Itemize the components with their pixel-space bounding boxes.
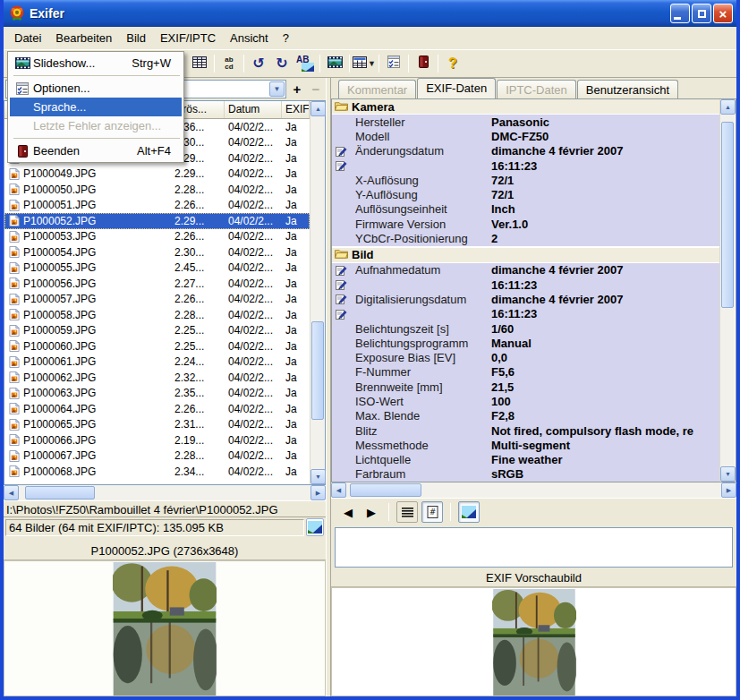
menu-item-slideshow[interactable]: Slideshow...Strg+W <box>10 54 182 73</box>
scroll-up-icon[interactable]: ▲ <box>310 101 326 116</box>
file-row[interactable]: P1000063.JPG2.35...04/02/2...Ja <box>4 386 310 402</box>
image-view-button[interactable] <box>458 501 480 523</box>
titlebar[interactable]: Exifer × <box>4 0 736 27</box>
menubar-item-datei[interactable]: Datei <box>7 28 48 48</box>
file-exif-cell: Ja <box>282 261 310 274</box>
tab-iptc-daten[interactable]: IPTC-Daten <box>497 80 576 98</box>
tab-kommentar[interactable]: Kommentar <box>338 80 416 98</box>
menubar-item-exif-iptc[interactable]: EXIF/IPTC <box>153 28 223 48</box>
menubar-item-ansicht[interactable]: Ansicht <box>223 28 276 48</box>
file-row[interactable]: P1000051.JPG2.26...04/02/2...Ja <box>4 198 310 214</box>
scroll-right-icon[interactable]: ▶ <box>721 482 736 498</box>
menubar-item-bild[interactable]: Bild <box>119 28 153 48</box>
previous-image-button[interactable]: ◀ <box>338 506 358 519</box>
scroll-right-icon[interactable]: ▶ <box>310 485 326 500</box>
close-button[interactable]: × <box>713 4 733 23</box>
scroll-thumb[interactable] <box>350 483 421 497</box>
scroll-down-icon[interactable]: ▼ <box>310 469 326 484</box>
help-icon: ? <box>448 55 457 72</box>
edit-pen-icon[interactable] <box>332 146 355 157</box>
exif-field-label: Farbraum <box>355 467 491 481</box>
exif-hscrollbar[interactable]: ◀ ▶ <box>331 482 736 498</box>
file-row[interactable]: P1000058.JPG2.28...04/02/2...Ja <box>4 307 310 323</box>
file-row[interactable]: P1000056.JPG2.27...04/02/2...Ja <box>4 276 310 292</box>
file-row[interactable]: P1000060.JPG2.25...04/02/2...Ja <box>4 338 310 354</box>
exif-field-label: Belichtungszeit [s] <box>355 322 491 336</box>
toolbar-rename-button[interactable]: abcd <box>217 53 241 75</box>
file-list-vscrollbar[interactable]: ▲ ▼ <box>310 101 325 484</box>
edit-pen-icon[interactable] <box>332 309 355 320</box>
file-row[interactable]: P1000050.JPG2.28...04/02/2...Ja <box>4 182 310 198</box>
text-view-button[interactable] <box>396 501 418 523</box>
file-row[interactable]: P1000053.JPG2.26...04/02/2...Ja <box>4 229 310 245</box>
menubar-item-bearbeiten[interactable]: Bearbeiten <box>48 28 119 48</box>
minimize-button[interactable] <box>670 4 690 23</box>
file-row[interactable]: P1000067.JPG2.28...04/02/2...Ja <box>4 448 310 465</box>
scroll-thumb[interactable] <box>311 321 324 420</box>
file-row[interactable]: P1000061.JPG2.24...04/02/2...Ja <box>4 354 310 371</box>
menubar-item-help[interactable]: ? <box>276 28 296 48</box>
column-header-exif[interactable]: EXIF <box>282 101 310 118</box>
toolbar-batch-rename-button[interactable]: AB <box>293 53 317 75</box>
toolbar-slideshow-button[interactable] <box>323 53 346 75</box>
file-row[interactable]: P1000049.JPG2.29...04/02/2...Ja <box>4 166 310 183</box>
numbered-view-button[interactable]: # <box>421 501 443 523</box>
edit-pen-icon[interactable] <box>332 279 355 290</box>
scroll-track[interactable] <box>720 115 735 466</box>
exif-vscrollbar[interactable]: ▲ ▼ <box>719 99 735 482</box>
tab-benutzeransicht[interactable]: Benutzeransicht <box>577 80 678 98</box>
file-row[interactable]: P1000054.JPG2.30...04/02/2...Ja <box>4 244 310 260</box>
scroll-track[interactable] <box>346 482 721 498</box>
file-date-cell: 04/02/2... <box>225 449 282 462</box>
combo-dropdown-icon[interactable]: ▼ <box>269 81 285 97</box>
toolbar-options-button[interactable] <box>382 53 405 75</box>
scroll-down-icon[interactable]: ▼ <box>720 466 736 482</box>
toolbar-view-options-button[interactable]: ▼ <box>353 53 376 75</box>
toolbar-rotate-right-button[interactable]: ↻ <box>270 53 293 75</box>
file-name-cell: P1000063.JPG <box>4 387 171 399</box>
scroll-left-icon[interactable]: ◀ <box>4 485 19 500</box>
scroll-thumb[interactable] <box>721 122 734 308</box>
file-row[interactable]: P1000066.JPG2.19...04/02/2...Ja <box>4 432 310 448</box>
toolbar-help-button[interactable]: ? <box>441 53 464 75</box>
file-row[interactable]: P1000059.JPG2.25...04/02/2...Ja <box>4 323 310 339</box>
edit-pen-icon[interactable] <box>332 265 355 276</box>
file-row[interactable]: P1000062.JPG2.32...04/02/2...Ja <box>4 370 310 386</box>
file-name-cell: P1000061.JPG <box>4 355 171 368</box>
file-row[interactable]: P1000057.JPG2.26...04/02/2...Ja <box>4 292 310 308</box>
maximize-button[interactable] <box>692 4 711 23</box>
file-row[interactable]: P1000055.JPG2.45...04/02/2...Ja <box>4 260 310 277</box>
toolbar-exit-button[interactable] <box>412 53 435 75</box>
column-header-datum[interactable]: Datum <box>225 101 282 118</box>
toolbar-rotate-left-button[interactable]: ↺ <box>247 53 270 75</box>
exif-field-value: sRGB <box>491 467 719 481</box>
file-row[interactable]: P1000064.JPG2.26...04/02/2...Ja <box>4 401 310 417</box>
add-folder-button[interactable]: + <box>289 81 305 98</box>
edit-pen-icon[interactable] <box>332 294 355 304</box>
tab-exif-daten[interactable]: EXIF-Daten <box>417 78 496 98</box>
toolbar-view-table-button[interactable] <box>188 53 211 75</box>
exif-row: F-NummerF5,6 <box>332 365 719 380</box>
scroll-track[interactable] <box>310 116 325 469</box>
scroll-thumb[interactable] <box>25 486 95 499</box>
menu-item-letzte-fehler-anzeigen[interactable]: Letzte Fehler anzeigen... <box>10 116 182 135</box>
next-image-button[interactable]: ▶ <box>361 506 381 519</box>
file-row[interactable]: P1000052.JPG2.29...04/02/2...Ja <box>4 213 310 229</box>
menu-item-optionen[interactable]: Optionen... <box>10 79 182 98</box>
preview-toggle-button[interactable] <box>306 518 324 536</box>
app-icon[interactable] <box>9 5 25 21</box>
edit-pen-icon[interactable] <box>332 160 355 171</box>
slideshow-icon <box>12 57 33 69</box>
jpg-file-icon <box>9 184 21 195</box>
dropdown-arrow-icon[interactable]: ▼ <box>368 59 376 68</box>
scroll-track[interactable] <box>19 485 310 500</box>
menu-item-beenden[interactable]: BeendenAlt+F4 <box>10 141 182 160</box>
scroll-left-icon[interactable]: ◀ <box>331 482 346 498</box>
file-row[interactable]: P1000065.JPG2.31...04/02/2...Ja <box>4 417 310 433</box>
remove-folder-button[interactable]: − <box>308 81 324 98</box>
scroll-up-icon[interactable]: ▲ <box>720 99 736 115</box>
menu-item-sprache[interactable]: Sprache... <box>10 98 182 116</box>
menu-item-label: Slideshow... <box>33 56 132 70</box>
file-list-hscrollbar[interactable]: ◀ ▶ <box>4 485 326 500</box>
file-row[interactable]: P1000068.JPG2.34...04/02/2...Ja <box>4 464 310 480</box>
